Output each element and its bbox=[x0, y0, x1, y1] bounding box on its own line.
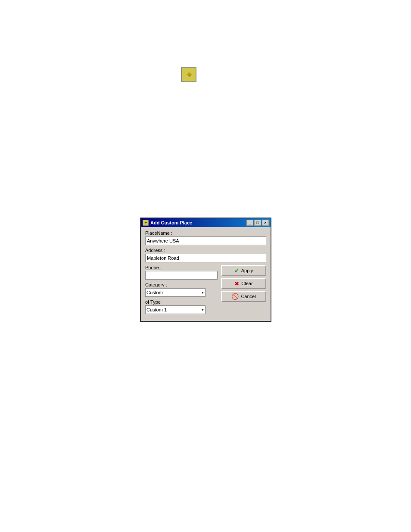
apply-label: Apply bbox=[241, 268, 253, 273]
category-select-wrapper: Custom Restaurant Hotel Shopping bbox=[145, 288, 206, 297]
phone-group: Phone : bbox=[145, 265, 218, 280]
cancel-label: Cancel bbox=[241, 294, 255, 299]
clear-label: Clear bbox=[241, 281, 252, 286]
oftype-label: of Type bbox=[145, 299, 218, 305]
dialog-title-area: ✦ Add Custom Place bbox=[143, 220, 192, 226]
apply-icon: ✔ bbox=[234, 268, 239, 274]
custom-place-desktop-icon[interactable] bbox=[181, 67, 196, 82]
clear-icon: ✖ bbox=[234, 280, 239, 287]
placename-label: PlaceName : bbox=[145, 230, 266, 236]
add-custom-place-dialog: ✦ Add Custom Place _ □ × PlaceName : Add… bbox=[140, 218, 271, 345]
dialog-titlebar: ✦ Add Custom Place _ □ × bbox=[141, 218, 271, 227]
maximize-button[interactable]: □ bbox=[254, 220, 261, 226]
category-label: Category : bbox=[145, 282, 218, 287]
dialog-title-icon: ✦ bbox=[143, 220, 149, 226]
phone-label: Phone : bbox=[145, 265, 218, 270]
clear-button[interactable]: ✖ Clear bbox=[221, 278, 266, 289]
action-buttons-column: ✔ Apply ✖ Clear 🚫 Cancel bbox=[221, 265, 266, 317]
dialog-window-controls: _ □ × bbox=[246, 220, 269, 226]
address-input[interactable] bbox=[145, 254, 266, 262]
cancel-icon: 🚫 bbox=[231, 293, 239, 300]
minimize-button[interactable]: _ bbox=[246, 220, 253, 226]
desktop-icon-image bbox=[181, 67, 196, 82]
placename-input[interactable] bbox=[145, 236, 266, 245]
apply-button[interactable]: ✔ Apply bbox=[221, 265, 266, 276]
category-group: Category : Custom Restaurant Hotel Shopp… bbox=[145, 282, 218, 297]
dialog-window: ✦ Add Custom Place _ □ × PlaceName : Add… bbox=[140, 218, 271, 322]
oftype-group: of Type Custom 1 Custom 2 Custom 3 bbox=[145, 299, 218, 314]
left-fields-column: Phone : Category : Custom Restaurant Hot… bbox=[145, 265, 218, 317]
oftype-select[interactable]: Custom 1 Custom 2 Custom 3 bbox=[145, 305, 206, 314]
cancel-button[interactable]: 🚫 Cancel bbox=[221, 291, 266, 302]
category-select[interactable]: Custom Restaurant Hotel Shopping bbox=[145, 288, 206, 297]
dialog-title-text: Add Custom Place bbox=[150, 220, 192, 225]
phone-buttons-row: Phone : Category : Custom Restaurant Hot… bbox=[145, 265, 266, 317]
phone-input[interactable] bbox=[145, 271, 218, 280]
close-button[interactable]: × bbox=[262, 220, 269, 226]
address-label: Address : bbox=[145, 248, 266, 253]
dialog-content: PlaceName : Address : Phone : bbox=[141, 227, 271, 321]
oftype-select-wrapper: Custom 1 Custom 2 Custom 3 bbox=[145, 305, 206, 314]
address-group: Address : bbox=[145, 248, 266, 262]
placename-group: PlaceName : bbox=[145, 230, 266, 245]
